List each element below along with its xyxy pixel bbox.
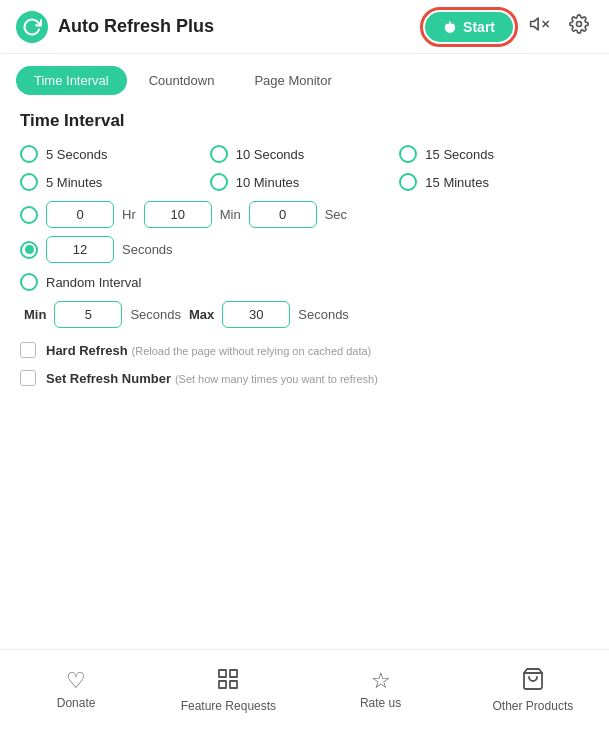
section-title: Time Interval (20, 111, 589, 131)
label-10s: 10 Seconds (236, 147, 305, 162)
tab-page-monitor[interactable]: Page Monitor (236, 66, 349, 95)
radio-10m[interactable] (210, 173, 228, 191)
set-refresh-number-row[interactable]: Set Refresh Number (Set how many times y… (20, 370, 589, 386)
set-refresh-number-checkbox[interactable] (20, 370, 36, 386)
random-label: Random Interval (46, 275, 141, 290)
label-5s: 5 Seconds (46, 147, 107, 162)
other-products-icon (521, 667, 545, 695)
set-refresh-desc: (Set how many times you want to refresh) (175, 373, 378, 385)
donate-label: Donate (57, 696, 96, 710)
label-10m: 10 Minutes (236, 175, 300, 190)
label-15m: 15 Minutes (425, 175, 489, 190)
radio-random[interactable] (20, 273, 38, 291)
rate-icon: ☆ (371, 670, 391, 692)
svg-rect-8 (230, 681, 237, 688)
sec-label: Sec (325, 207, 347, 222)
radio-5s[interactable] (20, 145, 38, 163)
hr-input[interactable] (46, 201, 114, 228)
sec-input[interactable] (249, 201, 317, 228)
option-5m[interactable]: 5 Minutes (20, 173, 210, 191)
footer-other-products[interactable]: Other Products (457, 659, 609, 721)
custom-seconds-row: Seconds (20, 236, 589, 263)
mute-icon (529, 14, 549, 34)
random-section: Random Interval Min Seconds Max Seconds (20, 273, 589, 328)
other-products-label: Other Products (493, 699, 574, 713)
max-value-input[interactable] (222, 301, 290, 328)
option-15s[interactable]: 15 Seconds (399, 145, 589, 163)
svg-rect-5 (219, 670, 226, 677)
rate-label: Rate us (360, 696, 401, 710)
min-value-input[interactable] (54, 301, 122, 328)
min-unit: Seconds (130, 307, 181, 322)
power-icon (443, 20, 457, 34)
option-5s[interactable]: 5 Seconds (20, 145, 210, 163)
svg-rect-7 (219, 681, 226, 688)
label-5m: 5 Minutes (46, 175, 102, 190)
hard-refresh-row[interactable]: Hard Refresh (Reload the page without re… (20, 342, 589, 358)
footer-rate[interactable]: ☆ Rate us (305, 662, 457, 718)
header: Auto Refresh Plus Start (0, 0, 609, 54)
svg-point-4 (577, 22, 582, 27)
settings-icon (569, 14, 589, 34)
app-logo (16, 11, 48, 43)
hr-label: Hr (122, 207, 136, 222)
max-label-text: Max (189, 307, 214, 322)
custom-hms-row: Hr Min Sec (20, 201, 589, 228)
radio-15s[interactable] (399, 145, 417, 163)
hard-refresh-label: Hard Refresh (46, 343, 128, 358)
set-refresh-label: Set Refresh Number (46, 371, 171, 386)
radio-custom-hms[interactable] (20, 206, 38, 224)
min-max-row: Min Seconds Max Seconds (20, 301, 589, 328)
option-10s[interactable]: 10 Seconds (210, 145, 400, 163)
main-content: Time Interval 5 Seconds 10 Seconds 15 Se… (0, 95, 609, 414)
hard-refresh-desc: (Reload the page without relying on cach… (132, 345, 372, 357)
radio-custom-seconds[interactable] (20, 241, 38, 259)
hard-refresh-checkbox[interactable] (20, 342, 36, 358)
label-15s: 15 Seconds (425, 147, 494, 162)
radio-10s[interactable] (210, 145, 228, 163)
donate-icon: ♡ (66, 670, 86, 692)
tabs: Time Interval Countdown Page Monitor (0, 54, 609, 95)
footer-donate[interactable]: ♡ Donate (0, 662, 152, 718)
radio-5m[interactable] (20, 173, 38, 191)
option-10m[interactable]: 10 Minutes (210, 173, 400, 191)
preset-options: 5 Seconds 10 Seconds 15 Seconds 5 Minute… (20, 145, 589, 191)
option-15m[interactable]: 15 Minutes (399, 173, 589, 191)
max-unit: Seconds (298, 307, 349, 322)
start-button[interactable]: Start (425, 12, 513, 42)
svg-marker-1 (531, 18, 539, 30)
footer-feature-requests[interactable]: Feature Requests (152, 659, 304, 721)
svg-rect-6 (230, 670, 237, 677)
app-title: Auto Refresh Plus (58, 16, 425, 37)
feature-requests-label: Feature Requests (181, 699, 276, 713)
start-label: Start (463, 19, 495, 35)
min-input[interactable] (144, 201, 212, 228)
checkbox-section: Hard Refresh (Reload the page without re… (20, 342, 589, 386)
tab-countdown[interactable]: Countdown (131, 66, 233, 95)
seconds-label: Seconds (122, 242, 173, 257)
min-label: Min (220, 207, 241, 222)
header-icons (525, 10, 593, 43)
radio-15m[interactable] (399, 173, 417, 191)
feature-requests-icon (216, 667, 240, 695)
seconds-input[interactable] (46, 236, 114, 263)
settings-button[interactable] (565, 10, 593, 43)
mute-button[interactable] (525, 10, 553, 43)
footer: ♡ Donate Feature Requests ☆ Rate us Othe… (0, 649, 609, 729)
min-label-text: Min (24, 307, 46, 322)
tab-time-interval[interactable]: Time Interval (16, 66, 127, 95)
random-row: Random Interval (20, 273, 589, 291)
